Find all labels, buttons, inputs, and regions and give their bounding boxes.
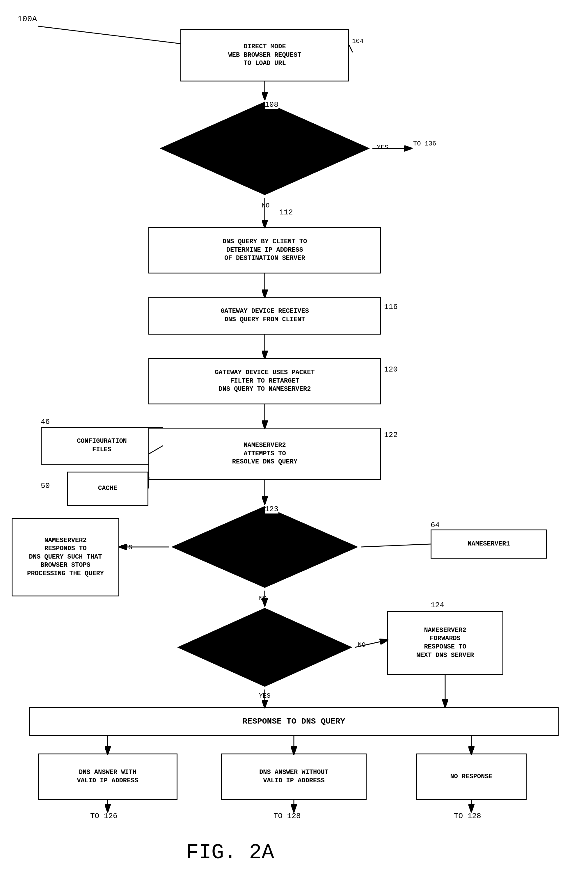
label-120: 120 (384, 365, 398, 374)
to-126: TO 126 (90, 812, 117, 820)
box-nameserver2-stops: NAMESERVER2 RESPONDS TO DNS QUERY SUCH T… (12, 518, 119, 596)
svg-line-27 (349, 45, 352, 52)
box-104: DIRECT MODE WEB BROWSER REQUEST TO LOAD … (180, 29, 349, 81)
box-dns-valid: DNS ANSWER WITH VALID IP ADDRESS (38, 753, 177, 800)
box-cache: CACHE (67, 472, 148, 506)
label-108: 108 (265, 100, 278, 109)
fig-caption: FIG. 2A (186, 841, 274, 865)
to-136-label: TO 136 (413, 140, 436, 148)
diamond-can-resolve: CAN NAMESERVER2 RESOLVE THE QUERY? (175, 605, 355, 690)
box-124: NAMESERVER2 FORWARDS RESPONSE TO NEXT DN… (387, 611, 503, 675)
label-100a: 100A (18, 15, 37, 24)
label-123: 123 (265, 505, 278, 513)
yes-label-123: YES (121, 544, 132, 551)
diamond-123: IS DNS QUERY KNOWN TO BE INVALID? (169, 503, 361, 591)
to-128b: TO 128 (454, 812, 481, 820)
svg-line-16 (362, 544, 430, 547)
no-label-123: NO (259, 595, 267, 602)
box-116: GATEWAY DEVICE RECEIVES DNS QUERY FROM C… (148, 297, 381, 334)
diamond-108: HAS DOMAIN NAME IN URL BEEN PREVIOUSLY R… (157, 99, 372, 198)
box-no-response: NO RESPONSE (416, 753, 526, 800)
box-nameserver1: NAMESERVER1 (430, 530, 547, 559)
no-label-108: NO (262, 202, 269, 210)
box-response: RESPONSE TO DNS QUERY (29, 707, 559, 736)
box-122: NAMESERVER2 ATTEMPTS TO RESOLVE DNS QUER… (148, 428, 381, 480)
to-128a: TO 128 (273, 812, 301, 820)
label-46: 46 (41, 417, 50, 426)
label-64: 64 (430, 521, 440, 530)
box-dns-query: DNS QUERY BY CLIENT TO DETERMINE IP ADDR… (148, 227, 381, 273)
label-116: 116 (384, 303, 398, 311)
yes-label-resolve: YES (259, 692, 271, 700)
label-124: 124 (430, 601, 444, 609)
no-label-resolve: NO (358, 642, 365, 649)
label-122: 122 (384, 430, 398, 439)
yes-label-108: YES (377, 144, 388, 151)
label-104: 104 (352, 38, 364, 45)
box-dns-no-valid: DNS ANSWER WITHOUT VALID IP ADDRESS (221, 753, 367, 800)
label-50: 50 (41, 482, 50, 490)
svg-line-4 (38, 26, 180, 44)
label-112: 112 (279, 208, 293, 217)
box-config-files: CONFIGURATION FILES (41, 427, 163, 465)
box-120: GATEWAY DEVICE USES PACKET FILTER TO RET… (148, 358, 381, 404)
